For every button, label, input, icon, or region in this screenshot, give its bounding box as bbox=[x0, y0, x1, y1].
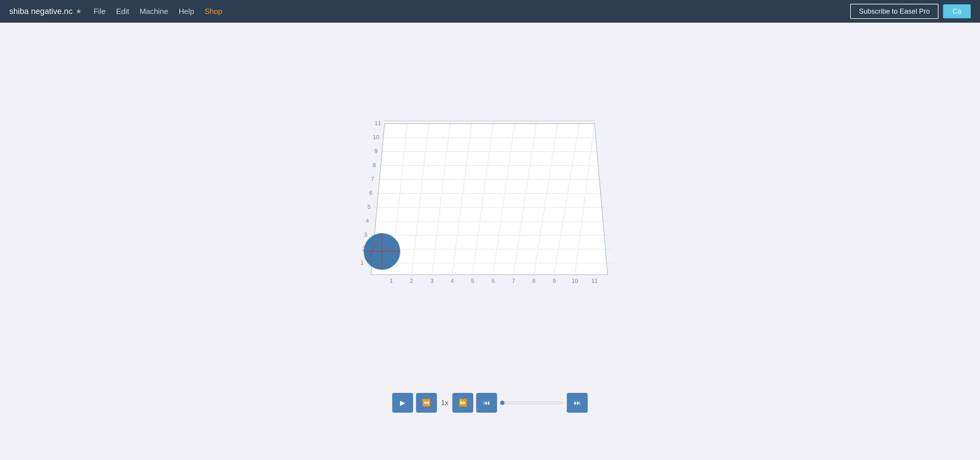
speed-label: 1x bbox=[441, 399, 448, 407]
svg-text:1: 1 bbox=[360, 259, 364, 266]
grid-svg: 11 10 9 8 7 6 5 4 3 2 1 1 2 3 bbox=[359, 118, 621, 336]
svg-text:4: 4 bbox=[366, 218, 369, 224]
nav-shop[interactable]: Shop bbox=[204, 7, 222, 16]
fast-forward-icon: ⏩ bbox=[459, 399, 467, 407]
skip-end-button[interactable]: ⏭ bbox=[567, 393, 588, 413]
title-text: shiba negative.nc bbox=[9, 7, 73, 16]
header-right: Subscribe to Easel Pro Ca bbox=[850, 4, 971, 19]
subscribe-button[interactable]: Subscribe to Easel Pro bbox=[850, 4, 939, 19]
header: shiba negative.nc ★ File Edit Machine He… bbox=[0, 0, 980, 23]
play-button[interactable]: ▶ bbox=[392, 393, 413, 413]
play-icon: ▶ bbox=[400, 399, 405, 407]
svg-text:8: 8 bbox=[373, 162, 376, 168]
svg-text:2: 2 bbox=[410, 278, 413, 284]
skip-start-button[interactable]: ⏮ bbox=[476, 393, 497, 413]
fast-forward-button[interactable]: ⏩ bbox=[453, 393, 473, 413]
app-title: shiba negative.nc ★ bbox=[9, 7, 82, 16]
svg-text:8: 8 bbox=[532, 278, 535, 284]
svg-text:1: 1 bbox=[390, 278, 393, 284]
svg-text:10: 10 bbox=[373, 134, 379, 140]
x-axis-labels: 1 2 3 4 5 6 7 8 9 10 11 bbox=[390, 278, 598, 284]
svg-text:10: 10 bbox=[572, 278, 578, 284]
svg-marker-1 bbox=[371, 124, 608, 275]
canvas-area: 11 10 9 8 7 6 5 4 3 2 1 1 2 3 bbox=[316, 53, 664, 430]
playback-controls: ▶ ⏪ 1x ⏩ ⏮ ⏭ bbox=[392, 393, 588, 413]
svg-text:3: 3 bbox=[364, 231, 367, 238]
nav-help[interactable]: Help bbox=[179, 7, 194, 16]
star-icon[interactable]: ★ bbox=[76, 7, 82, 15]
nav-machine[interactable]: Machine bbox=[140, 7, 168, 16]
svg-text:11: 11 bbox=[591, 278, 598, 284]
nav-file[interactable]: File bbox=[94, 7, 106, 16]
grid-container: 11 10 9 8 7 6 5 4 3 2 1 1 2 3 bbox=[359, 118, 621, 336]
nav-edit[interactable]: Edit bbox=[116, 7, 129, 16]
svg-text:9: 9 bbox=[374, 148, 378, 154]
skip-end-icon: ⏭ bbox=[574, 399, 581, 407]
svg-text:5: 5 bbox=[368, 204, 371, 210]
skip-start-icon: ⏮ bbox=[483, 399, 490, 407]
carve-button[interactable]: Ca bbox=[943, 4, 971, 18]
nav-menu: File Edit Machine Help Shop bbox=[94, 7, 838, 16]
svg-text:7: 7 bbox=[512, 278, 515, 284]
svg-text:3: 3 bbox=[430, 278, 433, 284]
main-content: 11 10 9 8 7 6 5 4 3 2 1 1 2 3 bbox=[0, 23, 980, 460]
svg-text:5: 5 bbox=[471, 278, 474, 284]
svg-text:7: 7 bbox=[371, 176, 374, 182]
rewind-button[interactable]: ⏪ bbox=[416, 393, 437, 413]
svg-text:6: 6 bbox=[492, 278, 495, 284]
svg-text:11: 11 bbox=[375, 120, 381, 126]
svg-text:6: 6 bbox=[369, 189, 372, 196]
svg-text:4: 4 bbox=[450, 278, 454, 284]
rewind-icon: ⏪ bbox=[422, 399, 431, 407]
svg-point-50 bbox=[372, 237, 392, 243]
progress-slider[interactable] bbox=[500, 401, 564, 404]
svg-text:9: 9 bbox=[552, 278, 556, 284]
